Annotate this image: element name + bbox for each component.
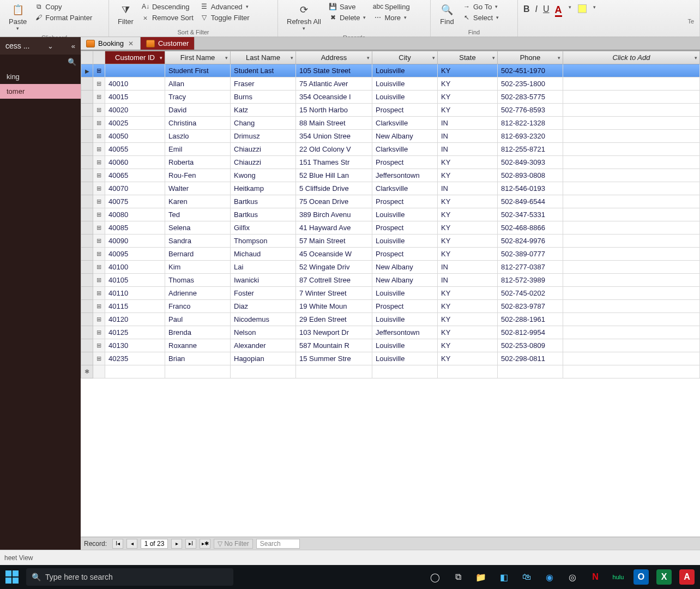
collapse-icon[interactable]: « — [71, 42, 75, 50]
cell-last-name[interactable]: Lai — [231, 261, 296, 274]
chevron-down-icon[interactable]: ▾ — [492, 55, 495, 61]
cell-first-name[interactable]: Karen — [165, 195, 231, 208]
highlight-button[interactable] — [578, 4, 587, 13]
row-selector[interactable] — [81, 235, 93, 248]
col-city[interactable]: City▾ — [372, 51, 438, 64]
close-icon[interactable]: ✕ — [127, 40, 135, 47]
cell-empty[interactable] — [563, 274, 700, 287]
cell-address[interactable]: 52 Blue Hill Lan — [296, 169, 372, 182]
cell-last-name[interactable]: Iwanicki — [231, 274, 296, 287]
cell-empty[interactable] — [563, 169, 700, 182]
expand-icon[interactable]: ⊞ — [93, 156, 105, 169]
cell-first-name[interactable]: Adrienne — [165, 287, 231, 300]
cell-id[interactable]: 40235 — [105, 352, 165, 365]
cell-phone[interactable]: 502-389-0777 — [498, 248, 563, 261]
row-selector[interactable] — [81, 300, 93, 313]
cell-last-name[interactable]: Drimusz — [231, 130, 296, 143]
row-selector[interactable] — [81, 169, 93, 182]
cell-phone[interactable]: 502-468-8866 — [498, 221, 563, 235]
cell-phone[interactable]: 502-893-0808 — [498, 169, 563, 182]
cell-first-name[interactable]: Emil — [165, 143, 231, 156]
cell-state[interactable]: KY — [438, 300, 498, 313]
col-state[interactable]: State▾ — [438, 51, 498, 64]
cell-state[interactable]: KY — [438, 169, 498, 182]
expand-icon[interactable]: ⊞ — [93, 117, 105, 130]
expand-icon[interactable]: ⊞ — [93, 339, 105, 352]
cell-phone[interactable]: 502-745-0202 — [498, 287, 563, 300]
cell-address[interactable]: 22 Old Colony V — [296, 143, 372, 156]
cell-address[interactable]: 52 Wingate Driv — [296, 261, 372, 274]
expand-icon[interactable]: ⊞ — [93, 182, 105, 195]
row-selector[interactable] — [81, 130, 93, 143]
cell-id[interactable]: 40025 — [105, 117, 165, 130]
cell-state[interactable]: IN — [438, 130, 498, 143]
cell-first-name[interactable]: Selena — [165, 221, 231, 235]
cell-address[interactable]: 354 Oceanside I — [296, 91, 372, 104]
row-selector[interactable] — [81, 339, 93, 352]
cell-first-name[interactable]: Brenda — [165, 326, 231, 339]
cell-first-name[interactable]: Christina — [165, 117, 231, 130]
cell-address[interactable]: 75 Atlantic Aver — [296, 77, 372, 91]
row-selector[interactable] — [81, 195, 93, 208]
cell-city[interactable]: Jeffersontown — [372, 169, 438, 182]
cell-first-name[interactable]: Bernard — [165, 248, 231, 261]
filter-button[interactable]: ⧩Filter — [114, 1, 137, 27]
col-first-name[interactable]: First Name▾ — [165, 51, 231, 64]
cell-city[interactable]: Louisville — [372, 339, 438, 352]
cell-phone[interactable]: 502-823-9787 — [498, 300, 563, 313]
cell-phone[interactable]: 502-812-9954 — [498, 326, 563, 339]
no-filter-indicator[interactable]: ▽ No Filter — [214, 539, 253, 549]
row-selector[interactable] — [81, 352, 93, 365]
cell-id[interactable]: 40010 — [105, 77, 165, 91]
cell-last-name[interactable]: Heitkamp — [231, 182, 296, 195]
row-selector[interactable] — [81, 274, 93, 287]
cell-last-name[interactable]: Hagopian — [231, 352, 296, 365]
cell-city[interactable]: Prospect — [372, 156, 438, 169]
cell-empty[interactable] — [563, 261, 700, 274]
expand-icon[interactable]: ⊞ — [93, 195, 105, 208]
cell-first-name[interactable]: Sandra — [165, 235, 231, 248]
cell-state[interactable]: KY — [438, 339, 498, 352]
table-row[interactable]: ⊞40110AdrienneFoster7 Winter StreetLouis… — [81, 287, 700, 300]
cell-empty[interactable] — [563, 352, 700, 365]
expand-icon[interactable]: ⊞ — [93, 91, 105, 104]
cell-city[interactable]: Jeffersontown — [372, 326, 438, 339]
nav-header[interactable]: cess ... ⌄ « — [0, 37, 81, 55]
copy-button[interactable]: ⧉Copy — [32, 1, 94, 12]
record-search-box[interactable]: Search — [256, 539, 300, 549]
paste-button[interactable]: 📋 Paste ▾ — [5, 1, 30, 32]
refresh-all-button[interactable]: ⟳Refresh All▾ — [283, 1, 324, 32]
table-row[interactable]: ⊞40115FrancoDiaz19 White MounProspectKY5… — [81, 300, 700, 313]
cell-city[interactable]: Clarksville — [372, 143, 438, 156]
row-selector[interactable] — [81, 287, 93, 300]
row-selector[interactable] — [81, 91, 93, 104]
nav-item-booking[interactable]: king — [0, 69, 81, 84]
cell-first-name[interactable]: Franco — [165, 300, 231, 313]
chevron-down-icon[interactable]: ▾ — [291, 55, 293, 61]
cell-phone[interactable]: 812-693-2320 — [498, 130, 563, 143]
expand-icon[interactable]: ⊞ — [93, 104, 105, 117]
col-customer-id[interactable]: Customer ID▾ — [105, 51, 165, 64]
cell-id[interactable]: 40015 — [105, 91, 165, 104]
cell-phone[interactable]: 502-347-5331 — [498, 208, 563, 221]
chevron-down-icon[interactable]: ▾ — [160, 55, 162, 61]
expand-icon[interactable]: ⊞ — [93, 77, 105, 91]
cell-last-name[interactable]: Alexander — [231, 339, 296, 352]
expand-icon[interactable]: ⊞ — [93, 300, 105, 313]
cell-empty[interactable] — [563, 235, 700, 248]
cell-address[interactable]: 7 Winter Street — [296, 287, 372, 300]
cell-empty[interactable] — [563, 208, 700, 221]
cell-address[interactable]: 88 Main Street — [296, 117, 372, 130]
find-button[interactable]: 🔍Find — [436, 1, 458, 27]
cell-empty[interactable] — [563, 130, 700, 143]
cell-city[interactable]: Louisville — [372, 352, 438, 365]
cell-last-name[interactable]: Thompson — [231, 235, 296, 248]
cell-last-name[interactable]: Gilfix — [231, 221, 296, 235]
cell-id[interactable]: 40110 — [105, 287, 165, 300]
cell-id[interactable]: 40130 — [105, 339, 165, 352]
cell-empty[interactable] — [563, 221, 700, 235]
cell-address[interactable]: 87 Cottrell Stree — [296, 274, 372, 287]
cell-phone[interactable]: 812-277-0387 — [498, 261, 563, 274]
cell-id[interactable]: 40105 — [105, 274, 165, 287]
next-record-button[interactable]: ▸ — [171, 539, 182, 549]
